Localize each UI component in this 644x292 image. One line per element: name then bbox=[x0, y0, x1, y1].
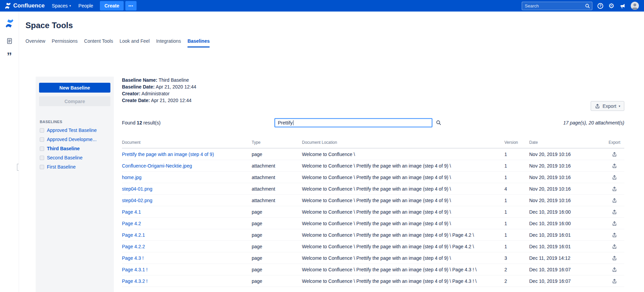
tab-content-tools[interactable]: Content Tools bbox=[84, 38, 113, 47]
row-export-icon[interactable] bbox=[612, 267, 617, 272]
search-icon[interactable] bbox=[585, 3, 590, 8]
baseline-checkbox[interactable] bbox=[40, 156, 44, 160]
cell-date: Nov 20, 2019 10:16 bbox=[529, 198, 605, 203]
create-button[interactable]: Create bbox=[100, 1, 124, 11]
cell-version: 1 bbox=[504, 163, 529, 169]
nav-spaces[interactable]: Spaces ▾ bbox=[48, 0, 75, 12]
document-link[interactable]: Page 4.2.1 bbox=[122, 232, 145, 238]
help-icon[interactable]: ? bbox=[597, 3, 603, 9]
found-suffix: result(s) bbox=[143, 120, 161, 125]
document-link[interactable]: Page 4.3 ! bbox=[122, 255, 144, 261]
baselines-panel: New Baseline Compare BASELINES Approved … bbox=[36, 77, 114, 292]
document-link[interactable]: step04-02.png bbox=[122, 198, 153, 203]
cell-location: Welcome to Confluence \ Prettify the pag… bbox=[302, 175, 504, 180]
global-search-input[interactable] bbox=[525, 3, 585, 8]
cell-document: Confluence-Origami-Necktie.jpeg bbox=[122, 163, 252, 169]
row-export-icon[interactable] bbox=[612, 175, 617, 180]
confluence-logo-icon bbox=[4, 2, 12, 9]
baseline-list: Approved Test BaselineApproved Developme… bbox=[39, 128, 110, 170]
row-export-icon[interactable] bbox=[612, 232, 617, 238]
compare-button[interactable]: Compare bbox=[39, 96, 110, 106]
sidebar-collapse-handle[interactable] bbox=[17, 164, 19, 171]
cell-location: Welcome to Confluence \ Prettify the pag… bbox=[302, 244, 504, 249]
document-link[interactable]: step04-01.png bbox=[122, 186, 153, 192]
search-icon[interactable] bbox=[436, 120, 441, 125]
results-filter-input[interactable]: Prettify bbox=[274, 118, 432, 127]
baseline-list-item: Third Baseline bbox=[39, 146, 110, 151]
confluence-home-link[interactable]: Confluence bbox=[3, 2, 48, 9]
row-export-icon[interactable] bbox=[612, 209, 617, 215]
more-actions-button[interactable]: ••• bbox=[125, 1, 137, 11]
tab-baselines[interactable]: Baselines bbox=[187, 38, 210, 47]
cell-version: 4 bbox=[504, 186, 529, 192]
row-export-icon[interactable] bbox=[612, 221, 617, 226]
user-avatar[interactable] bbox=[630, 1, 639, 10]
cell-date: Nov 20, 2019 10:16 bbox=[529, 152, 605, 157]
column-header-type: Type bbox=[252, 140, 302, 145]
main-content: Space Tools OverviewPermissionsContent T… bbox=[19, 12, 644, 292]
row-export-icon[interactable] bbox=[612, 255, 617, 261]
baseline-link[interactable]: Approved Test Baseline bbox=[47, 128, 97, 133]
baseline-link[interactable]: Approved Developme... bbox=[47, 137, 96, 142]
detail-field: Create Date: Apr 21, 2020 12:44 bbox=[122, 97, 624, 104]
document-link[interactable]: Page 4.2 bbox=[122, 221, 141, 226]
announcements-megaphone-icon[interactable] bbox=[620, 3, 625, 9]
row-export-icon[interactable] bbox=[612, 244, 617, 249]
cell-type: page bbox=[252, 244, 302, 249]
detail-field: Baseline Date: Apr 21, 2020 12:44 bbox=[122, 83, 624, 90]
cell-version: 2 bbox=[504, 278, 529, 284]
baseline-checkbox[interactable] bbox=[40, 128, 44, 133]
document-link[interactable]: Page 4.2.2 bbox=[122, 244, 145, 249]
cell-type: page bbox=[252, 209, 302, 215]
row-export-icon[interactable] bbox=[612, 278, 617, 284]
tab-overview[interactable]: Overview bbox=[25, 38, 45, 47]
pages-shortcut-icon[interactable] bbox=[6, 38, 13, 44]
table-row: Page 4.2.1pageWelcome to Confluence \ Pr… bbox=[122, 229, 624, 241]
results-table-header: DocumentTypeDocument LocationVersionDate… bbox=[122, 140, 624, 149]
document-link[interactable]: home.jpg bbox=[122, 175, 142, 180]
baseline-checkbox[interactable] bbox=[40, 165, 44, 169]
cell-export bbox=[612, 232, 617, 238]
cell-location: Welcome to Confluence \ Prettify the pag… bbox=[302, 186, 504, 192]
baseline-link[interactable]: Third Baseline bbox=[47, 146, 79, 151]
export-icon bbox=[612, 232, 617, 238]
tab-permissions[interactable]: Permissions bbox=[52, 38, 77, 47]
document-link[interactable]: Page 4.3.2 ! bbox=[122, 278, 148, 284]
tab-integrations[interactable]: Integrations bbox=[156, 38, 181, 47]
export-icon bbox=[612, 244, 617, 249]
column-header-document-location: Document Location bbox=[302, 140, 504, 145]
global-search bbox=[522, 2, 592, 10]
baseline-link[interactable]: First Baseline bbox=[47, 164, 76, 170]
clipboard-icon bbox=[6, 38, 13, 44]
cell-document: Prettify the page with an image (step 4 … bbox=[122, 152, 252, 157]
row-export-icon[interactable] bbox=[612, 198, 617, 203]
document-link[interactable]: Page 4.1 bbox=[122, 209, 141, 215]
new-baseline-button[interactable]: New Baseline bbox=[39, 83, 110, 93]
row-export-icon[interactable] bbox=[612, 186, 617, 192]
baseline-checkbox[interactable] bbox=[40, 137, 44, 142]
cell-location: Welcome to Confluence \ Prettify the pag… bbox=[302, 278, 504, 284]
cell-document: home.jpg bbox=[122, 175, 252, 180]
cell-document: Page 4.2 bbox=[122, 221, 252, 226]
row-export-icon[interactable] bbox=[612, 152, 617, 157]
space-sidebar-rail: ” bbox=[0, 12, 19, 292]
document-link[interactable]: Confluence-Origami-Necktie.jpeg bbox=[122, 163, 192, 169]
results-table-body: Prettify the page with an image (step 4 … bbox=[122, 149, 624, 287]
document-link[interactable]: Prettify the page with an image (step 4 … bbox=[122, 152, 214, 157]
table-row: Prettify the page with an image (step 4 … bbox=[122, 149, 624, 160]
chevron-down-icon: ▾ bbox=[69, 4, 71, 7]
nav-people[interactable]: People bbox=[75, 0, 97, 12]
document-link[interactable]: Page 4.3.1 ! bbox=[122, 267, 148, 272]
space-logo[interactable] bbox=[4, 18, 15, 30]
export-icon bbox=[612, 209, 617, 215]
baseline-link[interactable]: Second Baseline bbox=[47, 155, 83, 160]
settings-gear-icon[interactable]: ⚙ bbox=[608, 2, 614, 9]
quote-shortcut-icon[interactable]: ” bbox=[7, 53, 12, 60]
cell-type: page bbox=[252, 278, 302, 284]
cell-version: 1 bbox=[504, 221, 529, 226]
baseline-checkbox[interactable] bbox=[40, 147, 44, 151]
detail-field: Baseline Name: Third Baseline bbox=[122, 77, 624, 83]
tab-look-and-feel[interactable]: Look and Feel bbox=[120, 38, 150, 47]
export-button[interactable]: Export ▾ bbox=[591, 101, 624, 111]
row-export-icon[interactable] bbox=[612, 163, 617, 169]
